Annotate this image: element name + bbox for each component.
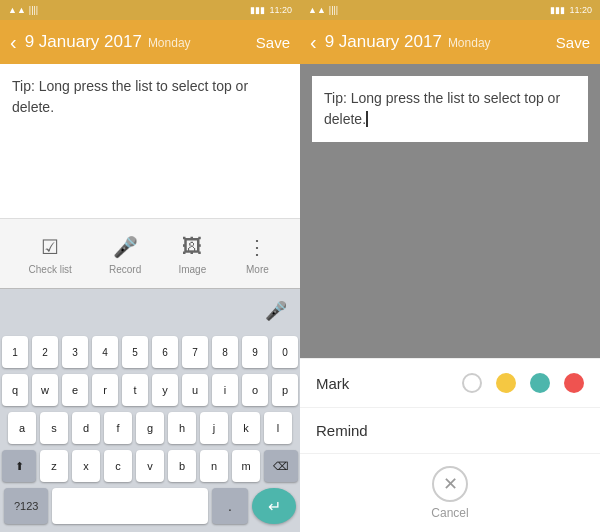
checklist-label: Check list <box>29 264 72 275</box>
color-circles <box>462 373 584 393</box>
right-back-button[interactable]: ‹ <box>310 31 317 54</box>
left-save-button[interactable]: Save <box>256 34 290 51</box>
period-key[interactable]: . <box>212 488 248 524</box>
right-save-button[interactable]: Save <box>556 34 590 51</box>
key-q[interactable]: q <box>2 374 28 406</box>
right-status-right: ▮▮▮ 11:20 <box>550 5 592 15</box>
key-n[interactable]: n <box>200 450 228 482</box>
color-red[interactable] <box>564 373 584 393</box>
right-signal-icon: |||| <box>329 5 338 15</box>
keyboard-bottom-row: ?123 . ↵ <box>2 488 298 524</box>
right-header-title: 9 January 2017 Monday <box>325 32 556 52</box>
key-0[interactable]: 0 <box>272 336 298 368</box>
checklist-button[interactable]: ☑ Check list <box>29 233 72 275</box>
color-empty[interactable] <box>462 373 482 393</box>
right-header-day: Monday <box>448 36 491 50</box>
key-1[interactable]: 1 <box>2 336 28 368</box>
key-a[interactable]: a <box>8 412 36 444</box>
key-p[interactable]: p <box>272 374 298 406</box>
key-h[interactable]: h <box>168 412 196 444</box>
record-icon: 🎤 <box>111 233 139 261</box>
keyboard-number-row: 1 2 3 4 5 6 7 8 9 0 <box>2 336 298 368</box>
key-k[interactable]: k <box>232 412 260 444</box>
left-note-text: Tip: Long press the list to select top o… <box>12 78 248 115</box>
key-t[interactable]: t <box>122 374 148 406</box>
key-4[interactable]: 4 <box>92 336 118 368</box>
mic-button[interactable]: 🎤 <box>260 295 292 327</box>
right-note-text: Tip: Long press the list to select top o… <box>324 90 560 127</box>
right-time: 11:20 <box>569 5 592 15</box>
wifi-icon: ▲▲ <box>8 5 26 15</box>
backspace-key[interactable]: ⌫ <box>264 450 298 482</box>
key-6[interactable]: 6 <box>152 336 178 368</box>
key-y[interactable]: y <box>152 374 178 406</box>
options-panel: Mark Remind ✕ Cancel <box>300 358 600 532</box>
right-status-left: ▲▲ |||| <box>308 5 550 15</box>
key-7[interactable]: 7 <box>182 336 208 368</box>
color-teal[interactable] <box>530 373 550 393</box>
image-button[interactable]: 🖼 Image <box>178 233 206 275</box>
key-m[interactable]: m <box>232 450 260 482</box>
left-header-day: Monday <box>148 36 191 50</box>
key-w[interactable]: w <box>32 374 58 406</box>
battery-icon: ▮▮▮ <box>250 5 265 15</box>
keyboard-a-row: a s d f g h j k l <box>2 412 298 444</box>
key-j[interactable]: j <box>200 412 228 444</box>
more-button[interactable]: ⋮ More <box>243 233 271 275</box>
left-status-left: ▲▲ |||| <box>8 5 250 15</box>
symbols-key[interactable]: ?123 <box>4 488 48 524</box>
enter-key[interactable]: ↵ <box>252 488 296 524</box>
cancel-label: Cancel <box>431 506 468 520</box>
space-key[interactable] <box>52 488 208 524</box>
record-label: Record <box>109 264 141 275</box>
right-battery-icon: ▮▮▮ <box>550 5 565 15</box>
left-toolbar: ☑ Check list 🎤 Record 🖼 Image ⋮ More <box>0 218 300 288</box>
left-header-title: 9 January 2017 Monday <box>25 32 256 52</box>
more-icon: ⋮ <box>243 233 271 261</box>
right-note-area: Tip: Long press the list to select top o… <box>300 64 600 358</box>
key-v[interactable]: v <box>136 450 164 482</box>
key-x[interactable]: x <box>72 450 100 482</box>
key-l[interactable]: l <box>264 412 292 444</box>
record-button[interactable]: 🎤 Record <box>109 233 141 275</box>
left-back-button[interactable]: ‹ <box>10 31 17 54</box>
image-icon: 🖼 <box>178 233 206 261</box>
mark-row: Mark <box>300 359 600 408</box>
left-note-area[interactable]: Tip: Long press the list to select top o… <box>0 64 300 218</box>
left-header-date: 9 January 2017 <box>25 32 142 52</box>
key-9[interactable]: 9 <box>242 336 268 368</box>
key-c[interactable]: c <box>104 450 132 482</box>
left-status-bar: ▲▲ |||| ▮▮▮ 11:20 <box>0 0 300 20</box>
key-3[interactable]: 3 <box>62 336 88 368</box>
right-status-bar: ▲▲ |||| ▮▮▮ 11:20 <box>300 0 600 20</box>
remind-row[interactable]: Remind <box>300 408 600 454</box>
key-5[interactable]: 5 <box>122 336 148 368</box>
image-label: Image <box>178 264 206 275</box>
right-wifi-icon: ▲▲ <box>308 5 326 15</box>
key-f[interactable]: f <box>104 412 132 444</box>
cancel-button[interactable]: ✕ <box>432 466 468 502</box>
right-note-text-box: Tip: Long press the list to select top o… <box>312 76 588 142</box>
key-d[interactable]: d <box>72 412 100 444</box>
key-g[interactable]: g <box>136 412 164 444</box>
key-b[interactable]: b <box>168 450 196 482</box>
key-s[interactable]: s <box>40 412 68 444</box>
keyboard-z-row: ⬆ z x c v b n m ⌫ <box>2 450 298 482</box>
key-i[interactable]: i <box>212 374 238 406</box>
key-z[interactable]: z <box>40 450 68 482</box>
signal-icon: |||| <box>29 5 38 15</box>
right-header-date: 9 January 2017 <box>325 32 442 52</box>
key-8[interactable]: 8 <box>212 336 238 368</box>
key-o[interactable]: o <box>242 374 268 406</box>
more-label: More <box>246 264 269 275</box>
keyboard-body: 1 2 3 4 5 6 7 8 9 0 q w e r t y u i o p … <box>0 332 300 532</box>
key-2[interactable]: 2 <box>32 336 58 368</box>
key-r[interactable]: r <box>92 374 118 406</box>
left-status-right: ▮▮▮ 11:20 <box>250 5 292 15</box>
shift-key[interactable]: ⬆ <box>2 450 36 482</box>
key-e[interactable]: e <box>62 374 88 406</box>
color-yellow[interactable] <box>496 373 516 393</box>
key-u[interactable]: u <box>182 374 208 406</box>
right-header: ‹ 9 January 2017 Monday Save <box>300 20 600 64</box>
keyboard-q-row: q w e r t y u i o p <box>2 374 298 406</box>
